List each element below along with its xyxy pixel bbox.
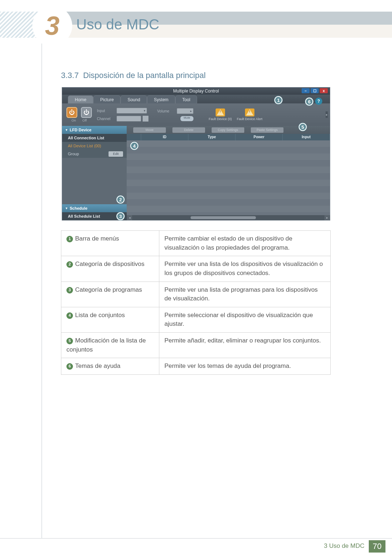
close-button[interactable]: x — [320, 88, 328, 93]
row-desc: Permite ver una lista de programas para … — [159, 282, 331, 307]
table-row: 3Categoría de programasPermite ver una l… — [61, 282, 331, 307]
section-heading: 3.3.7 Disposición de la pantalla princip… — [61, 71, 206, 80]
row-desc: Permite ver una lista de los dispositivo… — [159, 256, 331, 282]
window-title: Multiple Display Control — [173, 89, 219, 94]
row-label: Barra de menús — [75, 235, 119, 242]
table-row: 1Barra de menúsPermite cambiar el estado… — [61, 231, 331, 256]
channel-label: Channel — [97, 117, 115, 121]
row-label: Categoría de programas — [75, 286, 142, 293]
tab-sound[interactable]: Sound — [121, 95, 147, 103]
main-split-pane: ▾LFD Device All Connection List All Devi… — [62, 126, 330, 220]
minimize-button[interactable]: – — [302, 88, 310, 93]
paste-settings-button[interactable]: Paste Settings — [251, 127, 283, 133]
tab-picture[interactable]: Picture — [93, 95, 121, 103]
mute-button[interactable]: Mute — [180, 116, 193, 121]
lfd-device-label: LFD Device — [70, 128, 91, 132]
col-power[interactable]: Power — [236, 134, 283, 140]
all-connection-list[interactable]: All Connection List — [62, 134, 127, 142]
channel-stepper[interactable] — [143, 116, 148, 122]
delete-button[interactable]: Delete — [172, 127, 205, 133]
horizontal-scrollbar[interactable]: ◂ ▸ — [127, 215, 330, 220]
callout-description-table: 1Barra de menúsPermite cambiar el estado… — [61, 230, 331, 375]
table-row: 6Temas de ayudaPermite ver los temas de … — [61, 358, 331, 375]
lfd-device-header[interactable]: ▾LFD Device — [62, 126, 127, 134]
left-margin-rule — [41, 44, 42, 554]
row-label: Lista de conjuntos — [75, 312, 125, 319]
input-channel-group: Input ▾ Channel — [97, 108, 148, 122]
row-desc: Permite seleccionar el dispositivo de vi… — [159, 307, 331, 332]
row-badge: 1 — [66, 236, 73, 242]
callout-3: 3 — [117, 212, 124, 220]
schedule-header[interactable]: ▾Schedule — [62, 204, 127, 212]
chevron-down-icon: ▾ — [144, 109, 146, 112]
list-column-headers: ID Type Power Input — [127, 134, 330, 140]
group-row: Group Edit — [62, 150, 127, 158]
row-desc: Permite añadir, editar, eliminar o reagr… — [159, 333, 331, 358]
device-list-pane: Move Delete Copy Settings Paste Settings… — [127, 126, 330, 220]
chevron-down-icon: ▾ — [66, 128, 68, 132]
menu-bar: Home Picture Sound System Tool — [62, 95, 330, 103]
table-row: 2Categoría de dispositivosPermite ver un… — [61, 256, 331, 282]
callout-6: 6 — [305, 98, 313, 106]
row-desc: Permite ver los temas de ayuda del progr… — [159, 358, 331, 375]
callout-4: 4 — [130, 142, 138, 150]
fault-device-count[interactable]: ! Fault Device (0) — [209, 108, 232, 121]
row-desc: Permite cambiar el estado de un disposit… — [159, 231, 331, 256]
device-tree-pane: ▾LFD Device All Connection List All Devi… — [62, 126, 127, 220]
power-on-label: On — [72, 119, 76, 122]
maximize-button[interactable]: ☐ — [311, 88, 319, 93]
scroll-left-icon[interactable]: ◂ — [127, 215, 132, 220]
callout-2: 2 — [117, 196, 124, 204]
chevron-down-icon: ▾ — [66, 206, 68, 210]
fault-device-alert[interactable]: ! Fault Device Alert — [237, 108, 263, 121]
tab-home[interactable]: Home — [68, 95, 93, 103]
col-input[interactable]: Input — [283, 134, 330, 140]
copy-settings-button[interactable]: Copy Settings — [212, 127, 244, 133]
fault-device-label: Fault Device (0) — [209, 117, 232, 121]
section-title-text: Disposición de la pantalla principal — [83, 71, 206, 80]
tab-tool[interactable]: Tool — [175, 95, 197, 103]
all-device-list[interactable]: All Device List (00) — [62, 142, 127, 150]
callout-1: 1 — [274, 96, 282, 104]
help-icon[interactable]: ? — [315, 98, 322, 105]
footer-text: 3 Uso de MDC — [324, 542, 364, 550]
power-off-button[interactable]: ⏻ — [81, 107, 92, 118]
table-row: 4Lista de conjuntosPermite seleccionar e… — [61, 307, 331, 332]
col-id[interactable]: ID — [141, 134, 188, 140]
power-on-button[interactable]: ⏻ — [66, 107, 77, 118]
toolbar-scroll-right-icon[interactable]: ▸ — [326, 111, 328, 118]
group-edit-button[interactable]: Edit — [109, 151, 123, 157]
col-checkbox — [127, 134, 141, 140]
row-badge: 5 — [66, 338, 73, 344]
row-badge: 3 — [66, 287, 73, 294]
row-label: Modificación de la lista de conjuntos — [66, 337, 146, 353]
move-button[interactable]: Move — [133, 127, 166, 133]
row-label: Temas de ayuda — [75, 362, 121, 369]
volume-label: Volume — [157, 109, 175, 113]
volume-field[interactable]: ▸ — [177, 108, 193, 114]
window-titlebar: Multiple Display Control – ☐ x — [62, 87, 330, 95]
page-number: 70 — [369, 540, 385, 553]
scroll-thumb[interactable] — [191, 216, 256, 219]
chapter-title: Uso de MDC — [76, 16, 159, 33]
input-dropdown[interactable]: ▾ — [117, 108, 147, 114]
channel-field[interactable] — [117, 116, 141, 122]
col-type[interactable]: Type — [188, 134, 236, 140]
input-label: Input — [97, 109, 115, 113]
row-badge: 6 — [66, 363, 73, 370]
table-row: 5Modificación de la lista de conjuntosPe… — [61, 333, 331, 358]
row-label: Categoría de dispositivos — [75, 260, 144, 267]
row-badge: 4 — [66, 312, 73, 319]
group-label: Group — [68, 152, 79, 156]
scroll-right-icon[interactable]: ▸ — [324, 215, 330, 220]
callout-5: 5 — [299, 123, 307, 131]
toolbar: ⏻ ⏻ On Off Input ▾ Channel Volume ▸ — [62, 103, 330, 126]
fault-alert-label: Fault Device Alert — [237, 117, 263, 121]
chapter-number-badge: 3 — [34, 8, 70, 44]
device-grid[interactable] — [127, 140, 330, 215]
tab-system[interactable]: System — [147, 95, 175, 103]
page-footer: 3 Uso de MDC 70 — [0, 538, 392, 554]
section-number: 3.3.7 — [61, 71, 79, 80]
chevron-right-icon: ▸ — [190, 109, 192, 113]
power-off-label: Off — [82, 119, 87, 122]
